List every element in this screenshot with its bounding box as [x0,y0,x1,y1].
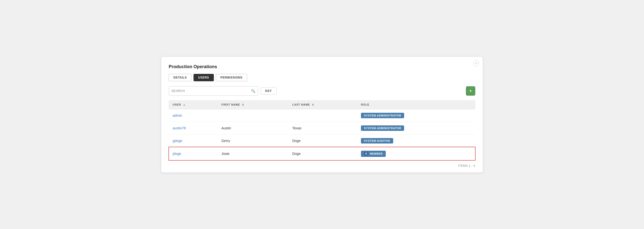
col-header-first-name[interactable]: FIRST NAME ⇅ [217,100,288,109]
table-row: adminSYSTEM ADMINISTRATOR [169,109,475,122]
tab-users[interactable]: USERS [194,74,214,81]
role-cell: SYSTEM ADMINISTRATOR [357,109,475,122]
role-badge[interactable]: SYSTEM ADMINISTRATOR [361,125,404,131]
key-button[interactable]: KEY [260,87,276,95]
member-label: MEMBER [370,152,383,155]
tab-permissions[interactable]: PERMISSIONS [216,74,247,81]
close-button[interactable]: × [473,60,479,66]
col-header-role: ROLE [357,100,475,109]
role-badge[interactable]: SYSTEM ADMINISTRATOR [361,113,404,118]
user-link[interactable]: jdoge [173,152,181,156]
role-cell: SYSTEM AUDITOR [357,134,475,147]
role-badge[interactable]: ✕MEMBER [361,151,386,157]
modal-container: × Production Operations DETAILS USERS PE… [161,56,483,173]
user-link[interactable]: austin78 [173,126,186,130]
last-name-cell: Doge [288,147,357,160]
toolbar: 🔍 KEY + [169,86,475,96]
user-link[interactable]: gdoge [173,139,182,143]
search-input[interactable] [172,89,251,93]
search-icon-button[interactable]: 🔍 [251,89,255,93]
user-link[interactable]: admin [173,114,182,117]
last-name-cell: Texas [288,122,357,134]
role-cell: ✕MEMBER [357,147,475,160]
last-name-sort-icon: ⇅ [312,103,314,106]
search-wrap: 🔍 [169,86,258,96]
modal-title: Production Operations [169,64,475,69]
role-cell: SYSTEM ADMINISTRATOR [357,122,475,134]
role-badge[interactable]: SYSTEM AUDITOR [361,138,393,144]
users-table: USER ▲ FIRST NAME ⇅ LAST NAME ⇅ ROLE adm… [169,100,475,161]
items-count: ITEMS 1 - 4 [169,164,475,168]
first-name-cell: Austin [217,122,288,134]
col-header-last-name[interactable]: LAST NAME ⇅ [288,100,357,109]
first-name-cell: Josie [217,147,288,160]
last-name-cell [288,109,357,122]
col-header-user[interactable]: USER ▲ [169,100,217,109]
user-sort-icon: ▲ [183,103,186,106]
last-name-cell: Doge [288,134,357,147]
table-row: gdogeGerryDogeSYSTEM AUDITOR [169,134,475,147]
table-row: austin78AustinTexasSYSTEM ADMINISTRATOR [169,122,475,134]
table-header-row: USER ▲ FIRST NAME ⇅ LAST NAME ⇅ ROLE [169,100,475,109]
table-row: jdogeJosieDoge✕MEMBER [169,147,475,160]
remove-member-icon[interactable]: ✕ [364,152,368,156]
tab-details[interactable]: DETAILS [169,74,192,81]
tab-bar: DETAILS USERS PERMISSIONS [169,74,475,81]
first-name-sort-icon: ⇅ [242,103,244,106]
first-name-cell: Gerry [217,134,288,147]
add-button[interactable]: + [466,86,475,96]
first-name-cell [217,109,288,122]
